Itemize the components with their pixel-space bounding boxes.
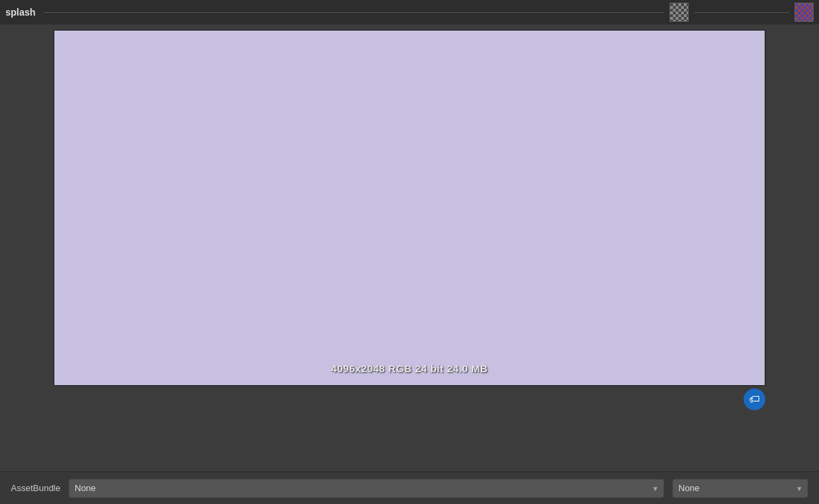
image-preview-container: 4096x2048 RGB 24 bit 24.0 MB <box>54 30 765 386</box>
checkerboard-icon-left[interactable] <box>670 3 689 22</box>
assetbundle-secondary-select[interactable]: None <box>672 479 808 498</box>
image-info-overlay: 4096x2048 RGB 24 bit 24.0 MB <box>331 363 488 374</box>
asset-title: splash <box>5 7 35 18</box>
assetbundle-primary-select-wrapper: None ▼ <box>69 479 664 498</box>
main-content-area: 4096x2048 RGB 24 bit 24.0 MB 🏷 <box>0 24 819 410</box>
tag-button-row: 🏷 <box>54 389 765 410</box>
assetbundle-label: AssetBundle <box>11 483 60 493</box>
footer-bar: AssetBundle None ▼ None ▼ <box>0 471 819 504</box>
header-divider-right <box>694 12 789 13</box>
tag-icon: 🏷 <box>749 393 760 406</box>
header-divider-left <box>43 12 664 13</box>
assetbundle-secondary-select-wrapper: None ▼ <box>672 479 808 498</box>
tag-button[interactable]: 🏷 <box>744 389 765 410</box>
assetbundle-primary-select[interactable]: None <box>69 479 664 498</box>
checkerboard-icon-right[interactable] <box>795 3 814 22</box>
header-bar: splash <box>0 0 819 24</box>
image-preview <box>54 31 765 385</box>
